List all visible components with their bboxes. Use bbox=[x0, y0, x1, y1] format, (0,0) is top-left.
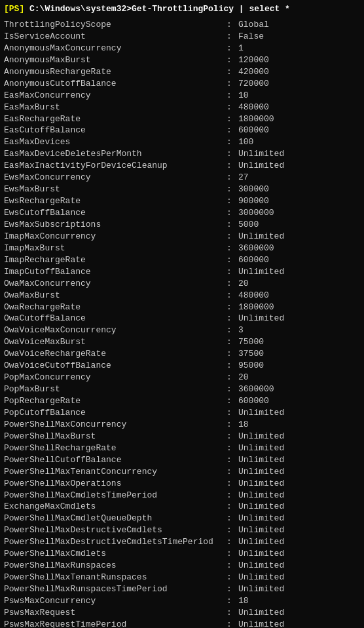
row-value: 300000 bbox=[238, 184, 269, 195]
row-key: PowerShellMaxCmdlets bbox=[4, 548, 227, 560]
row-key: OwaVoiceCutoffBalance bbox=[4, 360, 227, 372]
row-separator: : bbox=[227, 195, 238, 207]
row-separator: : bbox=[227, 231, 238, 243]
row-key: PowerShellCutoffBalance bbox=[4, 454, 227, 466]
table-row: OwaMaxBurst : 480000 bbox=[4, 290, 360, 302]
row-value: 600000 bbox=[238, 395, 269, 407]
row-value: Unlimited bbox=[238, 148, 284, 160]
row-value: 1800000 bbox=[238, 113, 274, 125]
row-value: 18 bbox=[238, 419, 249, 431]
row-key: OwaMaxConcurrency bbox=[4, 278, 227, 290]
table-row: OwaRechargeRate : 1800000 bbox=[4, 302, 360, 313]
row-separator: : bbox=[227, 136, 238, 148]
row-separator: : bbox=[227, 31, 238, 43]
terminal-window: [PS] C:\Windows\system32>Get-ThrottlingP… bbox=[3, 3, 361, 628]
table-row: AnonymousCutoffBalance : 720000 bbox=[4, 78, 360, 90]
table-row: ImapMaxConcurrency : Unlimited bbox=[4, 231, 360, 243]
row-key: PopCutoffBalance bbox=[4, 407, 227, 419]
row-value: 75000 bbox=[238, 336, 264, 348]
row-separator: : bbox=[227, 560, 238, 572]
row-key: EwsRechargeRate bbox=[4, 195, 227, 207]
row-key: EasMaxBurst bbox=[4, 102, 227, 113]
row-separator: : bbox=[227, 148, 238, 160]
row-separator: : bbox=[227, 360, 238, 372]
row-key: PswsMaxConcurrency bbox=[4, 595, 227, 607]
row-value: Unlimited bbox=[238, 266, 284, 278]
row-key: AnonymousRechargeRate bbox=[4, 66, 227, 78]
row-value: 1800000 bbox=[238, 302, 274, 313]
row-value: Unlimited bbox=[238, 501, 284, 513]
row-key: EwsMaxBurst bbox=[4, 184, 227, 195]
row-separator: : bbox=[227, 395, 238, 407]
row-value: 95000 bbox=[238, 360, 264, 372]
row-key: PowerShellMaxRunspaces bbox=[4, 560, 227, 572]
table-row: ThrottlingPolicyScope : Global bbox=[4, 19, 360, 31]
row-key: EasMaxConcurrency bbox=[4, 90, 227, 102]
row-separator: : bbox=[227, 54, 238, 66]
row-value: 3600000 bbox=[238, 383, 274, 395]
row-value: Unlimited bbox=[238, 231, 284, 243]
row-key: ImapMaxBurst bbox=[4, 243, 227, 254]
row-separator: : bbox=[227, 572, 238, 583]
row-separator: : bbox=[227, 513, 238, 524]
table-row: PopMaxConcurrency : 20 bbox=[4, 372, 360, 383]
row-separator: : bbox=[227, 113, 238, 125]
table-row: PopCutoffBalance : Unlimited bbox=[4, 407, 360, 419]
row-value: 480000 bbox=[238, 102, 269, 113]
row-separator: : bbox=[227, 583, 238, 595]
table-row: EasRechargeRate : 1800000 bbox=[4, 113, 360, 125]
table-row: AnonymousMaxBurst : 120000 bbox=[4, 54, 360, 66]
row-separator: : bbox=[227, 548, 238, 560]
table-row: PowerShellMaxConcurrency : 18 bbox=[4, 419, 360, 431]
table-row: AnonymousMaxConcurrency : 1 bbox=[4, 43, 360, 54]
row-key: EasCutoffBalance bbox=[4, 125, 227, 136]
table-row: PowerShellMaxTenantRunspaces : Unlimited bbox=[4, 572, 360, 583]
table-row: PowerShellMaxBurst : Unlimited bbox=[4, 431, 360, 442]
row-separator: : bbox=[227, 336, 238, 348]
row-key: OwaVoiceMaxConcurrency bbox=[4, 324, 227, 336]
row-value: Unlimited bbox=[238, 607, 284, 619]
row-value: 1 bbox=[238, 43, 244, 54]
table-row: PowerShellMaxCmdletsTimePeriod : Unlimit… bbox=[4, 490, 360, 501]
row-key: PopRechargeRate bbox=[4, 395, 227, 407]
row-separator: : bbox=[227, 466, 238, 478]
row-key: EasMaxDeviceDeletesPerMonth bbox=[4, 148, 227, 160]
table-row: PopMaxBurst : 3600000 bbox=[4, 383, 360, 395]
row-value: Unlimited bbox=[238, 313, 284, 324]
row-value: Unlimited bbox=[238, 160, 284, 172]
row-key: EasMaxDevices bbox=[4, 136, 227, 148]
row-key: PswsMaxRequestTimePeriod bbox=[4, 619, 227, 628]
row-value: Unlimited bbox=[238, 478, 284, 490]
row-key: PowerShellMaxOperations bbox=[4, 478, 227, 490]
table-row: ImapMaxBurst : 3600000 bbox=[4, 243, 360, 254]
table-row: EwsMaxConcurrency : 27 bbox=[4, 172, 360, 184]
row-separator: : bbox=[227, 90, 238, 102]
row-separator: : bbox=[227, 78, 238, 90]
row-separator: : bbox=[227, 348, 238, 360]
row-value: Unlimited bbox=[238, 407, 284, 419]
row-separator: : bbox=[227, 595, 238, 607]
row-separator: : bbox=[227, 478, 238, 490]
row-value: Unlimited bbox=[238, 619, 284, 628]
row-value: Unlimited bbox=[238, 536, 284, 548]
row-key: EasRechargeRate bbox=[4, 113, 227, 125]
table-row: EasMaxDevices : 100 bbox=[4, 136, 360, 148]
row-key: ImapMaxConcurrency bbox=[4, 231, 227, 243]
table-row: PowerShellMaxRunspaces : Unlimited bbox=[4, 560, 360, 572]
row-key: PswsMaxRequest bbox=[4, 607, 227, 619]
row-separator: : bbox=[227, 313, 238, 324]
table-row: EasMaxInactivityForDeviceCleanup : Unlim… bbox=[4, 160, 360, 172]
table-row: OwaVoiceCutoffBalance : 95000 bbox=[4, 360, 360, 372]
row-value: 100 bbox=[238, 136, 253, 148]
table-row: OwaCutoffBalance : Unlimited bbox=[4, 313, 360, 324]
table-row: PowerShellMaxRunspacesTimePeriod : Unlim… bbox=[4, 583, 360, 595]
row-value: Unlimited bbox=[238, 513, 284, 524]
table-row: OwaVoiceRechargeRate : 37500 bbox=[4, 348, 360, 360]
row-key: ImapCutoffBalance bbox=[4, 266, 227, 278]
row-value: 18 bbox=[238, 595, 249, 607]
row-separator: : bbox=[227, 19, 238, 31]
table-row: PswsMaxConcurrency : 18 bbox=[4, 595, 360, 607]
row-key: OwaVoiceRechargeRate bbox=[4, 348, 227, 360]
row-key: EasMaxInactivityForDeviceCleanup bbox=[4, 160, 227, 172]
row-value: 600000 bbox=[238, 254, 269, 266]
